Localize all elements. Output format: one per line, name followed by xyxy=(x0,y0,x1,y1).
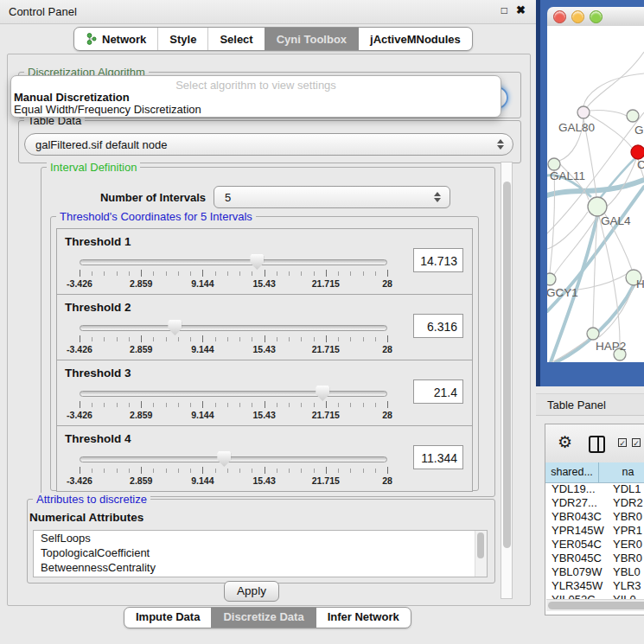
number-of-intervals-combo[interactable]: 5 xyxy=(214,186,450,208)
control-panel-titlebar: Control Panel □ ✖ xyxy=(0,0,536,24)
table-row[interactable]: YPR145WYPR1 xyxy=(545,524,644,538)
tab-network[interactable]: Network xyxy=(74,28,157,50)
tab-infer-network[interactable]: Infer Network xyxy=(316,608,411,628)
table-row[interactable]: YBL079WYBL0 xyxy=(545,565,644,579)
cyni-toolbox-panel: Discretization Algorithm Table Data galF… xyxy=(7,54,531,606)
network-node[interactable] xyxy=(547,273,556,285)
list-item[interactable]: BetweennessCentrality xyxy=(34,560,487,575)
network-edge xyxy=(550,170,555,273)
numerical-attributes-label: Numerical Attributes xyxy=(29,511,143,524)
network-node-labels: GAL80 G. C GAL11 GAL4 GCY1 H HAP2 xyxy=(547,121,644,353)
network-node[interactable] xyxy=(548,158,560,170)
network-node[interactable] xyxy=(577,106,590,118)
checkbox-icon[interactable]: ✓ xyxy=(632,438,641,447)
slider-ticks xyxy=(80,469,387,473)
attributes-group: Attributes to discretize Numerical Attri… xyxy=(27,499,495,583)
tab-jactivemnodules[interactable]: jActiveMNodules xyxy=(358,28,472,50)
table-panel-card: ⚙ ✓ ✓ shared... na YDL19...YDL1 YDR27...… xyxy=(545,424,644,615)
network-edge xyxy=(590,110,627,116)
table-horizontal-scrollbar[interactable] xyxy=(546,599,644,611)
network-canvas[interactable]: GAL80 G. C GAL11 GAL4 GCY1 H HAP2 xyxy=(547,26,644,362)
table-row[interactable]: YDL19...YDL1 xyxy=(545,482,644,496)
network-node-label: GAL11 xyxy=(550,169,585,182)
network-edge xyxy=(590,115,632,148)
threshold-slider[interactable]: -3.426 2.859 9.144 15.43 21.715 28 xyxy=(80,450,387,488)
threshold-value-field[interactable]: 21.4 xyxy=(413,379,463,404)
threshold-panel-4: Threshold 4 -3.426 2.859 9.144 15.43 xyxy=(56,425,473,492)
table-row[interactable]: YLR345WYLR3 xyxy=(545,579,644,593)
slider-thumb[interactable] xyxy=(250,254,264,270)
apply-button[interactable]: Apply xyxy=(224,581,279,602)
threshold-slider[interactable]: -3.426 2.859 9.144 15.43 21.715 28 xyxy=(80,319,387,357)
checkbox-icon[interactable]: ✓ xyxy=(618,438,627,447)
control-panel-tabs: Network Style Select Cyni Toolbox jActiv… xyxy=(73,27,473,51)
algorithm-dropdown-popup: Select algorithm to view settings Manual… xyxy=(10,75,501,118)
slider-ticks xyxy=(80,403,387,407)
threshold-label: Threshold 1 xyxy=(65,235,131,248)
slider-track[interactable] xyxy=(80,259,387,265)
network-node[interactable] xyxy=(588,197,607,216)
dropdown-item-manual[interactable]: Manual Discretization xyxy=(14,91,130,104)
numerical-attributes-list[interactable]: SelfLoops TopologicalCoefficient Between… xyxy=(33,530,488,577)
network-node[interactable] xyxy=(627,110,639,122)
network-graph: GAL80 G. C GAL11 GAL4 GCY1 H HAP2 xyxy=(547,26,644,362)
network-window-frame[interactable]: GAL80 G. C GAL11 GAL4 GCY1 H HAP2 xyxy=(536,0,644,386)
threshold-value-field[interactable]: 11.344 xyxy=(413,445,463,469)
network-node[interactable] xyxy=(587,328,599,340)
slider-track[interactable] xyxy=(80,456,387,462)
tab-style[interactable]: Style xyxy=(157,28,207,50)
table-row[interactable]: YDR27...YDR2 xyxy=(545,496,644,510)
tab-cyni-toolbox[interactable]: Cyni Toolbox xyxy=(265,28,358,50)
close-icon[interactable]: ✖ xyxy=(516,3,526,16)
gear-icon[interactable]: ⚙ xyxy=(558,432,572,452)
network-node-label: HAP2 xyxy=(596,340,626,353)
threshold-value-field[interactable]: 6.316 xyxy=(413,314,463,338)
threshold-label: Threshold 2 xyxy=(65,301,131,314)
list-scrollbar[interactable] xyxy=(475,531,487,577)
table-row[interactable]: YIL052CYIL0 xyxy=(545,593,644,599)
tab-discretize-data[interactable]: Discretize Data xyxy=(211,608,315,628)
threshold-slider[interactable]: -3.426 2.859 9.144 15.43 21.715 28 xyxy=(80,253,387,291)
number-of-intervals-value: 5 xyxy=(225,191,231,204)
table-row[interactable]: YER054CYER0 xyxy=(545,538,644,552)
list-item[interactable]: SelfLoops xyxy=(34,531,487,545)
threshold-value-field[interactable]: 14.713 xyxy=(413,248,463,272)
column-header-name[interactable]: na xyxy=(599,462,644,482)
network-node-label: C xyxy=(637,158,644,171)
thresholds-group: Threshold's Coordinates for 5 Intervals … xyxy=(50,216,479,491)
table-data-combo[interactable]: galFiltered.sif default node xyxy=(24,133,513,156)
list-item[interactable]: TopologicalCoefficient xyxy=(34,545,487,560)
table-row[interactable]: YBR043CYBR0 xyxy=(545,510,644,524)
column-header-shared[interactable]: shared... xyxy=(545,462,599,482)
cyni-bottom-tabs: Impute Data Discretize Data Infer Networ… xyxy=(124,607,411,628)
slider-track[interactable] xyxy=(80,391,387,397)
tab-label: Cyni Toolbox xyxy=(277,33,347,46)
traffic-light-minimize-icon[interactable] xyxy=(571,10,584,23)
tab-label: Select xyxy=(220,33,252,46)
network-window-titlebar[interactable] xyxy=(547,7,644,27)
dropdown-item-equal-width[interactable]: Equal Width/Frequency Discretization xyxy=(14,103,201,116)
threshold-slider[interactable]: -3.426 2.859 9.144 15.43 21.715 28 xyxy=(80,385,387,423)
network-edge xyxy=(601,157,636,197)
table-row[interactable]: YBR045CYBR0 xyxy=(545,552,644,565)
threshold-stack: Threshold 1 -3.426 2.859 9.144 15.43 xyxy=(56,229,473,492)
traffic-light-zoom-icon[interactable] xyxy=(590,10,603,23)
slider-track[interactable] xyxy=(80,325,387,331)
table-panel-titlebar: Table Panel xyxy=(536,393,644,416)
attributes-group-title: Attributes to discretize xyxy=(33,493,150,506)
float-icon[interactable]: □ xyxy=(501,4,507,16)
network-node-label: H xyxy=(636,277,644,290)
split-view-icon[interactable] xyxy=(589,436,605,453)
control-panel-title: Control Panel xyxy=(9,5,77,18)
tab-impute-data[interactable]: Impute Data xyxy=(124,608,211,628)
slider-thumb[interactable] xyxy=(217,451,231,467)
slider-thumb[interactable] xyxy=(168,320,182,335)
slider-thumb[interactable] xyxy=(316,386,329,401)
network-node-highlighted[interactable] xyxy=(631,145,644,159)
traffic-light-close-icon[interactable] xyxy=(553,10,566,23)
thresholds-group-title: Threshold's Coordinates for 5 Intervals xyxy=(56,210,256,223)
panel-scrollbar[interactable] xyxy=(501,162,513,599)
dropdown-placeholder: Select algorithm to view settings xyxy=(11,79,501,92)
tab-select[interactable]: Select xyxy=(207,28,264,50)
screenshot-root: Control Panel □ ✖ Network Style Select C… xyxy=(0,0,644,644)
